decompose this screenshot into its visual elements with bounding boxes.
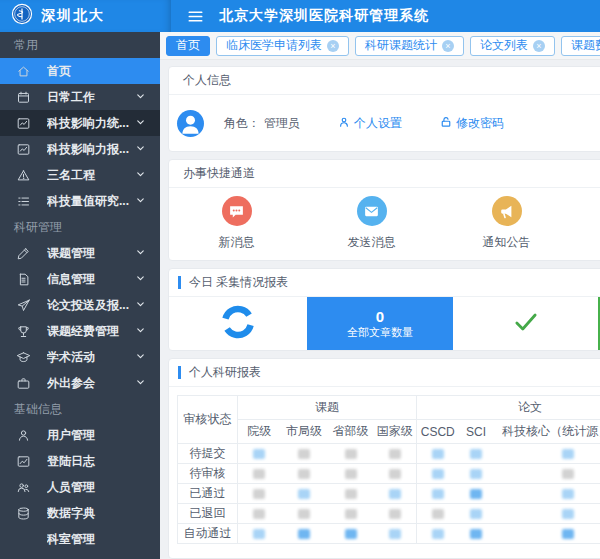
- sidebar-section-label: 常用: [0, 32, 160, 58]
- stat-check[interactable]: [453, 297, 598, 350]
- table-column-header: 省部级: [328, 420, 374, 444]
- blurred-value[interactable]: [253, 449, 265, 459]
- blurred-value[interactable]: [298, 489, 310, 499]
- tab-4[interactable]: 课题费用报表×: [561, 36, 600, 56]
- sidebar-item-label: 外出参会: [47, 375, 135, 392]
- quick-channel-item-1[interactable]: 发送消息: [304, 196, 439, 251]
- blurred-value[interactable]: [253, 469, 265, 479]
- blurred-value[interactable]: [470, 529, 482, 539]
- blurred-value[interactable]: [298, 469, 310, 479]
- blurred-value[interactable]: [389, 509, 401, 519]
- blurred-value[interactable]: [562, 489, 574, 499]
- table-cell: [459, 504, 494, 524]
- table-cell: [459, 444, 494, 464]
- chevron-down-icon: [135, 377, 147, 389]
- table-cell: [238, 524, 281, 544]
- table-row: 待审核: [178, 464, 600, 484]
- blurred-value[interactable]: [470, 489, 482, 499]
- blurred-value[interactable]: [562, 529, 574, 539]
- sidebar-item-database-2-3[interactable]: 数据字典: [0, 500, 160, 526]
- blurred-value[interactable]: [432, 469, 444, 479]
- blurred-value[interactable]: [389, 469, 401, 479]
- chevron-down-icon: [135, 169, 147, 181]
- sidebar-item-label: 首页: [47, 63, 147, 80]
- blurred-value[interactable]: [345, 529, 357, 539]
- sidebar-item-chart-0-2[interactable]: 科技影响力统...: [0, 110, 160, 136]
- mail-icon: [357, 196, 387, 226]
- sidebar-item-trophy-1-3[interactable]: 课题经费管理: [0, 318, 160, 344]
- table-row: 自动通过: [178, 524, 600, 544]
- blurred-value[interactable]: [470, 449, 482, 459]
- blurred-value[interactable]: [562, 449, 574, 459]
- blurred-value[interactable]: [345, 469, 357, 479]
- sidebar-item-document-1-1[interactable]: 信息管理: [0, 266, 160, 292]
- close-icon[interactable]: ×: [533, 40, 545, 52]
- tab-label: 论文列表: [480, 37, 528, 54]
- blurred-value[interactable]: [432, 509, 444, 519]
- sidebar-item-users-2-2[interactable]: 人员管理: [0, 474, 160, 500]
- sidebar-item-none-2-4[interactable]: 科室管理: [0, 526, 160, 552]
- stat-spinner[interactable]: [169, 297, 307, 350]
- blurred-value[interactable]: [470, 509, 482, 519]
- blurred-value[interactable]: [298, 509, 310, 519]
- blurred-value[interactable]: [389, 449, 401, 459]
- table-cell: [328, 464, 374, 484]
- blurred-value[interactable]: [345, 489, 357, 499]
- sidebar-item-label: 三名工程: [47, 167, 135, 184]
- quick-channel-item-2[interactable]: 通知公告: [439, 196, 574, 251]
- person-icon: [338, 116, 350, 131]
- sidebar-item-send-1-2[interactable]: 论文投送及报...: [0, 292, 160, 318]
- blurred-value[interactable]: [389, 489, 401, 499]
- sidebar-item-home-0-0[interactable]: 首页: [0, 58, 160, 84]
- table-row: 已通过: [178, 484, 600, 504]
- sidebar-item-label: 学术活动: [47, 349, 135, 366]
- blurred-value[interactable]: [253, 489, 265, 499]
- table-cell: [238, 464, 281, 484]
- blurred-value[interactable]: [432, 489, 444, 499]
- table-cell: [417, 484, 459, 504]
- sidebar-item-warning-0-4[interactable]: 三名工程: [0, 162, 160, 188]
- blurred-value[interactable]: [470, 469, 482, 479]
- sidebar-item-briefcase-1-5[interactable]: 外出参会: [0, 370, 160, 396]
- tab-3[interactable]: 论文列表×: [470, 36, 555, 56]
- quick-channel-card: 办事快捷通道 新消息发送消息通知公告: [168, 159, 600, 261]
- sidebar-item-user-2-0[interactable]: 用户管理: [0, 422, 160, 448]
- quick-channel-item-0[interactable]: 新消息: [169, 196, 304, 251]
- sidebar-item-chart-0-3[interactable]: 科技影响力报...: [0, 136, 160, 162]
- tab-0[interactable]: 首页: [166, 36, 210, 56]
- personal-info-card: 个人信息 角色：管理员 个人设置修改密码: [168, 66, 600, 152]
- chevron-down-icon: [135, 351, 147, 363]
- sidebar-item-search-2-5[interactable]: 权限管理: [0, 552, 160, 559]
- blurred-value[interactable]: [389, 529, 401, 539]
- sidebar-item-pen-1-0[interactable]: 课题管理: [0, 240, 160, 266]
- tab-2[interactable]: 科研课题统计×: [355, 36, 464, 56]
- table-column-header: 市局级: [281, 420, 328, 444]
- blurred-value[interactable]: [298, 529, 310, 539]
- stat-total-articles[interactable]: 0全部文章数量: [307, 297, 453, 350]
- blurred-value[interactable]: [432, 449, 444, 459]
- sidebar-item-label: 科室管理: [47, 531, 147, 548]
- user-icon: [16, 427, 32, 443]
- sidebar-item-label: 数据字典: [47, 505, 147, 522]
- logo-area[interactable]: 深圳北大: [0, 0, 171, 32]
- table-cell: [281, 444, 328, 464]
- blurred-value[interactable]: [562, 469, 574, 479]
- blurred-value[interactable]: [345, 449, 357, 459]
- blurred-value[interactable]: [432, 529, 444, 539]
- none-icon: [16, 531, 32, 547]
- link-personal-settings[interactable]: 个人设置: [338, 115, 402, 132]
- sidebar-item-log-2-1[interactable]: 登陆日志: [0, 448, 160, 474]
- link-change-password[interactable]: 修改密码: [440, 115, 504, 132]
- blurred-value[interactable]: [253, 509, 265, 519]
- tab-1[interactable]: 临床医学申请列表×: [216, 36, 349, 56]
- blurred-value[interactable]: [562, 509, 574, 519]
- blurred-value[interactable]: [345, 509, 357, 519]
- sidebar-item-calendar-0-1[interactable]: 日常工作: [0, 84, 160, 110]
- sidebar-item-list-0-5[interactable]: 科技量值研究...: [0, 188, 160, 214]
- close-icon[interactable]: ×: [442, 40, 454, 52]
- blurred-value[interactable]: [298, 449, 310, 459]
- blurred-value[interactable]: [253, 529, 265, 539]
- menu-toggle-icon[interactable]: [187, 8, 204, 25]
- close-icon[interactable]: ×: [327, 40, 339, 52]
- sidebar-item-education-1-4[interactable]: 学术活动: [0, 344, 160, 370]
